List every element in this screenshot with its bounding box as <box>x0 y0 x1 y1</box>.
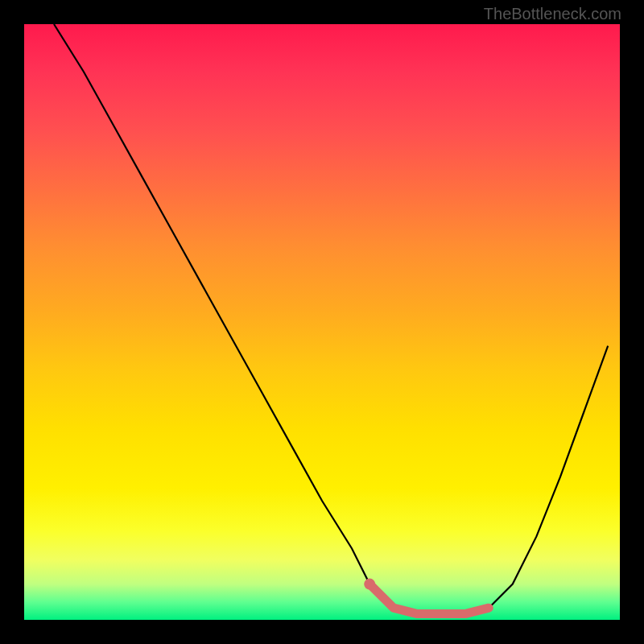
highlight-start-dot <box>364 579 375 590</box>
plot-area <box>24 24 620 620</box>
highlight-segment-line <box>369 584 489 614</box>
curve-svg <box>24 24 620 620</box>
watermark-text: TheBottleneck.com <box>484 5 621 23</box>
bottleneck-curve-line <box>54 24 608 614</box>
chart-container: TheBottleneck.com <box>0 0 644 644</box>
